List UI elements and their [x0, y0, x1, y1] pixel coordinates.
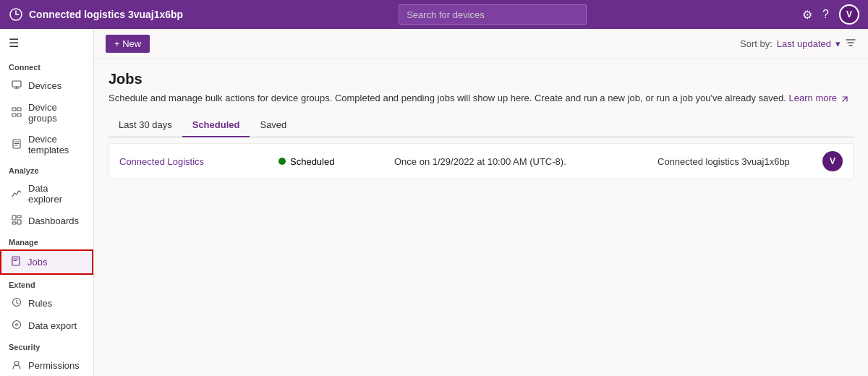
- app-branding: Connected logistics 3vuaj1x6bp: [9, 7, 183, 22]
- sidebar-item-jobs[interactable]: Jobs: [0, 249, 93, 275]
- section-extend: Extend: [0, 275, 93, 292]
- jobs-icon: [10, 256, 22, 268]
- job-user-avatar: V: [822, 151, 843, 171]
- job-status: Scheduled: [278, 156, 394, 167]
- app-logo: [9, 7, 23, 22]
- devices-label: Devices: [28, 80, 61, 91]
- tab-scheduled[interactable]: Scheduled: [182, 114, 250, 137]
- permissions-label: Permissions: [28, 360, 80, 371]
- content-area: + New Sort by: Last updated ▾ Jobs Sched…: [94, 29, 868, 376]
- job-row: Connected Logistics Scheduled Once on 1/…: [109, 143, 854, 179]
- page-description: Schedule and manage bulk actions for dev…: [109, 92, 854, 105]
- status-dot-scheduled: [278, 158, 286, 165]
- section-security: Security: [0, 337, 93, 354]
- data-explorer-icon: [11, 188, 22, 200]
- data-export-icon: [11, 320, 22, 332]
- device-groups-label: Device groups: [28, 102, 85, 124]
- page-content: Jobs Schedule and manage bulk actions fo…: [94, 59, 868, 376]
- data-export-label: Data export: [28, 320, 77, 331]
- tab-saved[interactable]: Saved: [250, 114, 297, 137]
- sidebar-item-permissions[interactable]: Permissions: [0, 354, 93, 376]
- sidebar-item-dashboards[interactable]: Dashboards: [0, 210, 93, 232]
- new-button[interactable]: + New: [106, 35, 150, 53]
- job-avatar-col: V: [817, 151, 843, 171]
- settings-icon[interactable]: ⚙: [802, 8, 812, 22]
- section-connect: Connect: [0, 57, 93, 74]
- nav-icons: ⚙ ? V: [802, 4, 859, 25]
- sidebar-item-data-explorer[interactable]: Data explorer: [0, 178, 93, 210]
- page-title: Jobs: [109, 71, 854, 87]
- sidebar-item-data-export[interactable]: Data export: [0, 315, 93, 337]
- top-nav: Connected logistics 3vuaj1x6bp ⚙ ? V: [0, 0, 868, 29]
- svg-rect-9: [17, 220, 21, 224]
- jobs-label: Jobs: [27, 257, 47, 268]
- tab-last30[interactable]: Last 30 days: [109, 114, 182, 137]
- devices-icon: [11, 80, 22, 92]
- rules-icon: [11, 297, 22, 309]
- dashboards-label: Dashboards: [28, 215, 79, 226]
- sidebar-item-device-groups[interactable]: Device groups: [0, 97, 93, 129]
- search-area: [190, 4, 795, 25]
- learn-more-link[interactable]: Learn more: [789, 93, 848, 103]
- app-title: Connected logistics 3vuaj1x6bp: [29, 9, 183, 20]
- job-schedule: Once on 1/29/2022 at 10:00 AM (UTC-8).: [394, 156, 658, 167]
- svg-rect-3: [17, 108, 21, 111]
- filter-icon[interactable]: [845, 37, 856, 51]
- device-groups-icon: [11, 107, 22, 119]
- sidebar: ☰ Connect Devices Device groups Device t…: [0, 29, 94, 376]
- svg-rect-1: [12, 81, 21, 87]
- permissions-icon: [11, 359, 22, 372]
- dashboards-icon: [11, 215, 22, 227]
- sort-value[interactable]: Last updated: [777, 38, 831, 49]
- job-org: Connected logistics 3vuaj1x6bp: [658, 156, 817, 167]
- sidebar-item-device-templates[interactable]: Device templates: [0, 129, 93, 161]
- sidebar-item-devices[interactable]: Devices: [0, 74, 93, 97]
- section-analyze: Analyze: [0, 161, 93, 178]
- tabs: Last 30 days Scheduled Saved: [109, 114, 854, 137]
- device-templates-label: Device templates: [28, 134, 85, 155]
- hamburger-icon[interactable]: ☰: [0, 29, 93, 57]
- sidebar-item-rules[interactable]: Rules: [0, 292, 93, 315]
- device-templates-icon: [11, 139, 22, 151]
- sort-area: Sort by: Last updated ▾: [740, 37, 856, 51]
- rules-label: Rules: [28, 298, 52, 309]
- chevron-down-icon[interactable]: ▾: [835, 38, 841, 49]
- user-avatar-top[interactable]: V: [839, 4, 859, 25]
- svg-rect-8: [17, 215, 21, 218]
- svg-rect-2: [12, 108, 16, 111]
- job-name[interactable]: Connected Logistics: [119, 156, 278, 167]
- main-layout: ☰ Connect Devices Device groups Device t…: [0, 29, 868, 376]
- svg-rect-10: [12, 222, 16, 224]
- content-toolbar: + New Sort by: Last updated ▾: [94, 29, 868, 59]
- svg-rect-5: [17, 114, 21, 116]
- svg-point-13: [13, 321, 21, 329]
- data-explorer-label: Data explorer: [28, 183, 85, 205]
- svg-rect-7: [12, 215, 16, 220]
- section-manage: Manage: [0, 232, 93, 249]
- help-icon[interactable]: ?: [822, 8, 829, 21]
- svg-rect-4: [12, 114, 16, 116]
- sort-prefix: Sort by:: [740, 38, 773, 49]
- search-input[interactable]: [399, 4, 587, 25]
